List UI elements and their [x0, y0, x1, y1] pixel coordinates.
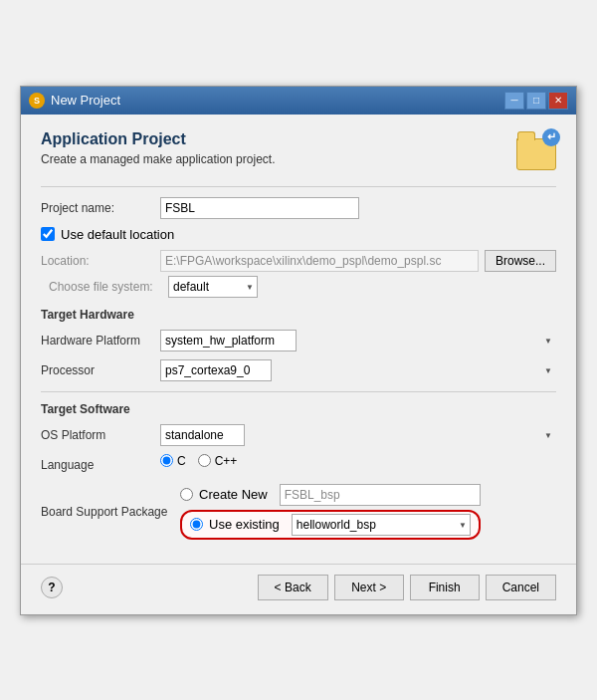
project-name-label: Project name: — [41, 201, 160, 215]
location-label: Location: — [41, 254, 160, 268]
language-c-radio[interactable] — [160, 454, 173, 467]
use-default-location-row: Use default location — [41, 227, 556, 242]
maximize-button[interactable]: □ — [526, 92, 546, 110]
location-row: Location: Browse... — [41, 250, 556, 272]
language-c-option: C — [160, 454, 186, 468]
language-c-label[interactable]: C — [177, 454, 186, 468]
use-default-location-checkbox[interactable] — [41, 227, 55, 241]
next-button[interactable]: Next > — [334, 575, 404, 600]
title-bar: S New Project ─ □ ✕ — [21, 87, 576, 115]
bsp-create-new-row: Create New — [180, 484, 481, 506]
processor-dropdown[interactable]: ps7_cortexa9_0 — [160, 359, 272, 381]
bsp-create-new-radio[interactable] — [180, 488, 193, 501]
os-platform-dropdown[interactable]: standalone — [160, 424, 245, 446]
footer: ? < Back Next > Finish Cancel — [21, 564, 576, 614]
page-header: Application Project Create a managed mak… — [41, 130, 556, 170]
help-button[interactable]: ? — [41, 577, 63, 598]
header-folder-icon: ↵ — [508, 130, 556, 170]
cancel-button[interactable]: Cancel — [486, 575, 556, 600]
window-title: New Project — [51, 93, 120, 108]
processor-dropdown-wrapper: ps7_cortexa9_0 — [160, 359, 556, 381]
header-text: Application Project Create a managed mak… — [41, 130, 275, 166]
target-software-header: Target Software — [41, 402, 556, 416]
language-options: C C++ — [160, 454, 237, 468]
hardware-platform-label: Hardware Platform — [41, 334, 160, 348]
bsp-existing-dropdown[interactable]: helloworld_bsp — [292, 514, 471, 536]
header-divider — [41, 186, 556, 187]
footer-buttons: < Back Next > Finish Cancel — [258, 575, 556, 600]
language-label: Language — [41, 458, 160, 472]
target-hardware-header: Target Hardware — [41, 308, 556, 322]
file-system-dropdown-wrapper: default — [168, 276, 258, 298]
hardware-platform-dropdown-wrapper: system_hw_platform — [160, 330, 556, 351]
os-platform-label: OS Platform — [41, 428, 160, 442]
os-platform-row: OS Platform standalone — [41, 424, 556, 446]
browse-button[interactable]: Browse... — [485, 250, 556, 272]
language-cpp-option: C++ — [198, 454, 238, 468]
project-name-input[interactable] — [160, 197, 359, 219]
folder-arrow-icon: ↵ — [542, 128, 560, 146]
bsp-create-new-label[interactable]: Create New — [199, 487, 268, 502]
bsp-use-existing-label[interactable]: Use existing — [209, 517, 280, 532]
footer-left: ? — [41, 577, 63, 598]
app-icon: S — [29, 93, 45, 109]
minimize-button[interactable]: ─ — [504, 92, 524, 110]
os-platform-dropdown-wrapper: standalone — [160, 424, 556, 446]
file-system-dropdown[interactable]: default — [168, 276, 258, 298]
bsp-row: Board Support Package Create New Use exi… — [41, 484, 556, 540]
bsp-existing-dropdown-wrapper: helloworld_bsp — [292, 514, 471, 536]
window-controls: ─ □ ✕ — [504, 92, 568, 110]
bsp-use-existing-row: Use existing helloworld_bsp — [180, 510, 481, 540]
language-cpp-radio[interactable] — [198, 454, 211, 467]
bsp-create-new-input[interactable] — [280, 484, 481, 506]
main-window: S New Project ─ □ ✕ Application Project … — [20, 86, 577, 615]
back-button[interactable]: < Back — [258, 575, 328, 600]
bsp-label: Board Support Package — [41, 505, 180, 519]
processor-row: Processor ps7_cortexa9_0 — [41, 359, 556, 381]
finish-button[interactable]: Finish — [410, 575, 480, 600]
close-button[interactable]: ✕ — [548, 92, 568, 110]
use-default-location-label[interactable]: Use default location — [61, 227, 174, 242]
bsp-use-existing-radio[interactable] — [190, 518, 203, 531]
language-cpp-label: C++ — [215, 454, 238, 468]
file-system-label: Choose file system: — [49, 280, 168, 294]
hardware-platform-dropdown[interactable]: system_hw_platform — [160, 330, 297, 351]
file-system-row: Choose file system: default — [41, 276, 556, 298]
processor-label: Processor — [41, 363, 160, 377]
project-name-row: Project name: — [41, 197, 556, 219]
hardware-platform-row: Hardware Platform system_hw_platform — [41, 330, 556, 351]
dialog-content: Application Project Create a managed mak… — [21, 115, 576, 564]
language-row: Language C C++ — [41, 454, 556, 476]
hardware-software-divider — [41, 391, 556, 392]
bsp-options: Create New Use existing helloworld_bsp — [180, 484, 481, 540]
page-title: Application Project — [41, 130, 275, 148]
location-input[interactable] — [160, 250, 479, 272]
page-subtitle: Create a managed make application projec… — [41, 152, 275, 166]
